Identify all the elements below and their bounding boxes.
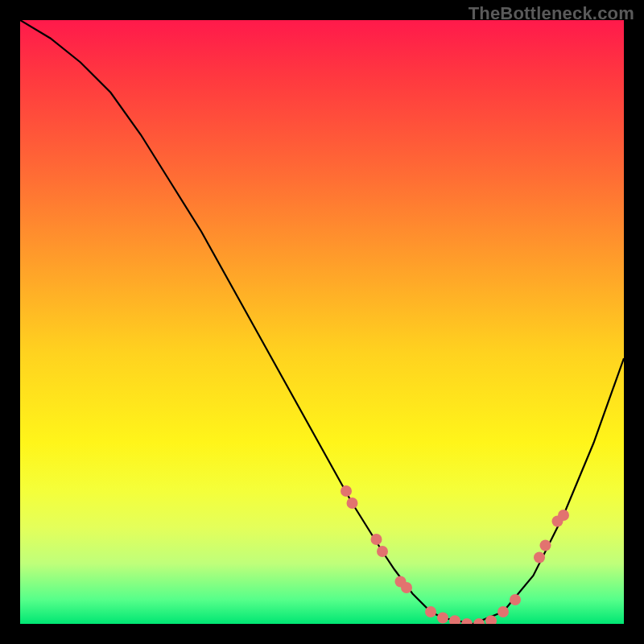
marker-dot bbox=[401, 582, 412, 593]
marker-dot bbox=[377, 546, 388, 557]
curve-svg bbox=[20, 20, 624, 624]
curve-markers bbox=[341, 485, 569, 624]
marker-dot bbox=[558, 510, 569, 521]
marker-dot bbox=[371, 534, 382, 545]
plot-area bbox=[20, 20, 624, 624]
marker-dot bbox=[449, 615, 460, 624]
marker-dot bbox=[510, 594, 521, 605]
marker-dot bbox=[461, 618, 473, 624]
bottleneck-curve bbox=[20, 20, 624, 624]
chart-frame: TheBottleneck.com bbox=[0, 0, 644, 644]
marker-dot bbox=[347, 497, 358, 509]
marker-dot bbox=[497, 606, 509, 617]
marker-dot bbox=[437, 613, 448, 624]
marker-dot bbox=[540, 540, 551, 551]
marker-dot bbox=[341, 485, 352, 497]
marker-dot bbox=[485, 615, 497, 624]
marker-dot bbox=[534, 552, 545, 564]
marker-dot bbox=[425, 606, 436, 617]
